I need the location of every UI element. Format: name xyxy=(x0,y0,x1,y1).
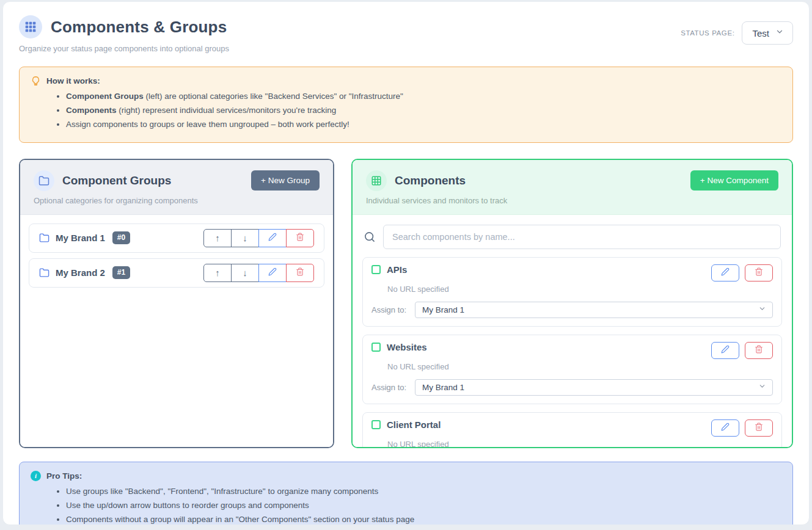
new-component-button[interactable]: + New Component xyxy=(690,170,778,191)
component-url-status: No URL specified xyxy=(387,362,773,371)
how-it-works-title: How it works: xyxy=(46,76,100,85)
status-page-dropdown[interactable]: Test xyxy=(742,21,793,45)
delete-group-button[interactable] xyxy=(286,264,314,282)
page-header-left: Components & Groups Organize your status… xyxy=(19,15,229,53)
group-actions: ↑ ↓ xyxy=(203,264,314,282)
edit-component-button[interactable] xyxy=(711,342,739,359)
move-down-button[interactable]: ↓ xyxy=(231,229,259,247)
trash-icon xyxy=(755,345,763,355)
component-card: Websites No URL specified xyxy=(362,335,782,404)
search-icon xyxy=(364,231,376,243)
folder-icon xyxy=(39,267,49,278)
components-subtitle: Individual services and monitors to trac… xyxy=(366,196,778,205)
component-groups-panel: Component Groups + New Group Optional ca… xyxy=(19,159,334,448)
delete-component-button[interactable] xyxy=(745,419,773,437)
components-groups-icon xyxy=(19,15,42,38)
component-name: APIs xyxy=(387,264,407,275)
component-name: Websites xyxy=(387,342,427,352)
pencil-icon xyxy=(268,233,277,243)
group-name: My Brand 1 xyxy=(56,233,105,243)
group-row: My Brand 2 #1 ↑ ↓ xyxy=(29,258,324,288)
how-it-works-list: Component Groups (left) are optional cat… xyxy=(66,91,781,131)
move-down-button[interactable]: ↓ xyxy=(231,264,259,282)
assign-group-select[interactable]: My Brand 1 xyxy=(415,302,773,318)
page-card: Components & Groups Organize your status… xyxy=(2,1,810,525)
group-order-badge: #0 xyxy=(112,231,130,244)
group-actions: ↑ ↓ xyxy=(203,229,314,247)
pro-tips-title: Pro Tips: xyxy=(46,471,82,481)
component-url-status: No URL specified xyxy=(387,440,773,448)
component-card: Client Portal No URL specified xyxy=(362,412,782,448)
pro-tips-list: Use groups like "Backend", "Frontend", "… xyxy=(66,486,781,525)
pencil-icon xyxy=(721,423,730,433)
delete-component-button[interactable] xyxy=(745,342,773,359)
edit-component-button[interactable] xyxy=(711,419,739,437)
group-row: My Brand 1 #0 ↑ ↓ xyxy=(29,223,324,253)
pro-tips-item: Use groups like "Backend", "Frontend", "… xyxy=(66,486,781,497)
component-status-checkbox[interactable] xyxy=(371,343,381,352)
page-title: Components & Groups xyxy=(51,18,227,37)
pencil-icon xyxy=(721,267,730,278)
move-up-button[interactable]: ↑ xyxy=(203,264,232,282)
component-status-checkbox[interactable] xyxy=(371,265,381,274)
component-url-status: No URL specified xyxy=(387,285,773,294)
components-panel: Components + New Component Individual se… xyxy=(351,159,793,448)
assign-to-label: Assign to: xyxy=(371,383,406,392)
status-page-selector: STATUS PAGE: Test xyxy=(681,21,793,45)
delete-component-button[interactable] xyxy=(745,264,773,281)
folder-icon xyxy=(34,170,54,191)
component-groups-header: Component Groups + New Group Optional ca… xyxy=(20,160,333,215)
chevron-down-icon xyxy=(758,304,766,315)
status-page-value: Test xyxy=(752,28,769,38)
status-page-label: STATUS PAGE: xyxy=(681,29,734,37)
components-header: Components + New Component Individual se… xyxy=(353,160,792,215)
assign-group-select[interactable]: My Brand 1 xyxy=(415,379,773,396)
pencil-icon xyxy=(721,345,730,355)
how-it-works-item: Components (right) represent individual … xyxy=(66,105,781,116)
edit-component-button[interactable] xyxy=(711,264,739,281)
page-subtitle: Organize your status page components int… xyxy=(19,44,229,53)
component-name: Client Portal xyxy=(387,419,441,430)
group-order-badge: #1 xyxy=(112,266,130,279)
edit-group-button[interactable] xyxy=(258,264,287,282)
delete-group-button[interactable] xyxy=(286,229,314,247)
move-up-button[interactable]: ↑ xyxy=(203,229,232,247)
pro-tips-callout: i Pro Tips: Use groups like "Backend", "… xyxy=(19,462,793,525)
component-groups-list: My Brand 1 #0 ↑ ↓ xyxy=(20,215,333,447)
trash-icon xyxy=(296,233,304,243)
assign-to-label: Assign to: xyxy=(371,305,406,314)
pro-tips-item: Components without a group will appear i… xyxy=(66,514,781,525)
pencil-icon xyxy=(268,267,277,278)
pro-tips-item: Use the up/down arrow buttons to reorder… xyxy=(66,500,781,511)
components-list: APIs No URL specified A xyxy=(353,215,792,448)
components-title: Components xyxy=(395,174,466,187)
component-status-checkbox[interactable] xyxy=(371,420,381,429)
components-search-row xyxy=(362,225,782,249)
trash-icon xyxy=(755,423,763,433)
component-groups-title: Component Groups xyxy=(62,174,171,187)
component-groups-subtitle: Optional categories for organizing compo… xyxy=(34,196,320,205)
info-icon: i xyxy=(31,471,41,481)
trash-icon xyxy=(296,267,304,278)
how-it-works-item: Component Groups (left) are optional cat… xyxy=(66,91,781,102)
edit-group-button[interactable] xyxy=(258,229,287,247)
group-name: My Brand 2 xyxy=(56,267,105,278)
trash-icon xyxy=(755,267,763,278)
folder-icon xyxy=(39,233,49,243)
page-header: Components & Groups Organize your status… xyxy=(19,15,793,53)
how-it-works-callout: How it works: Component Groups (left) ar… xyxy=(19,67,793,143)
chevron-down-icon xyxy=(758,382,766,393)
chevron-down-icon xyxy=(775,27,784,38)
table-grid-icon xyxy=(366,170,387,191)
search-components-input[interactable] xyxy=(383,225,781,249)
component-card: APIs No URL specified A xyxy=(362,257,782,327)
how-it-works-item: Assign components to groups or leave the… xyxy=(66,119,781,130)
lightbulb-icon xyxy=(31,76,41,86)
new-group-button[interactable]: + New Group xyxy=(251,170,320,191)
